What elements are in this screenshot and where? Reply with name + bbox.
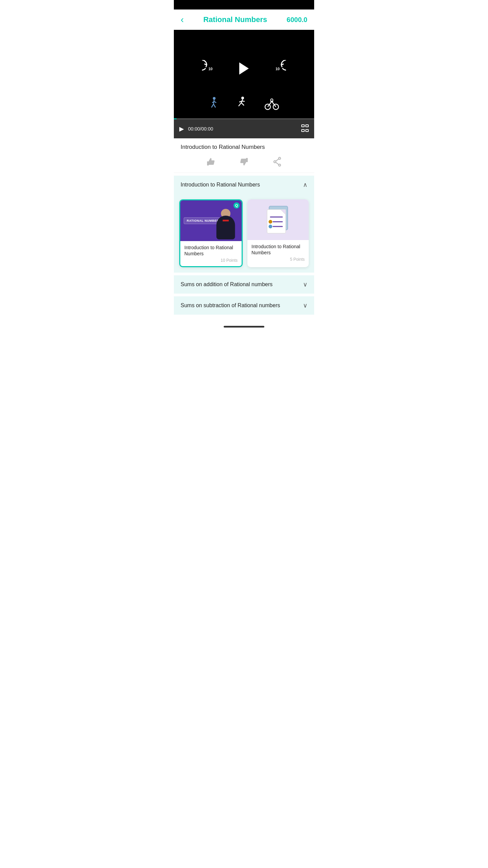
page-title: Rational Numbers [203,15,267,24]
svg-rect-21 [306,125,308,127]
like-button[interactable] [206,157,216,169]
svg-line-7 [214,101,216,103]
share-button[interactable] [272,157,282,169]
svg-text:10: 10 [276,67,280,71]
section-3-header[interactable]: Sums on subtraction of Rational numbers … [174,296,314,315]
video-player: 10 10 [174,30,314,138]
svg-rect-23 [306,130,308,132]
doc-card-info: Introduction to Rational Numbers 5 Point… [247,240,309,265]
svg-point-25 [279,164,281,166]
header: ‹ Rational Numbers 6000.0 [174,9,314,30]
svg-line-28 [276,162,279,164]
doc-card-points: 5 Points [251,257,305,262]
svg-line-27 [276,159,279,161]
score-display: 6000.0 [287,16,307,24]
section-1-cards: RATIONAL NUMBERS Q Introduction to Ratio… [174,194,314,273]
svg-point-24 [279,157,281,159]
svg-point-35 [269,220,272,223]
time-display: 00:00/00:00 [188,126,297,132]
run-speed-button[interactable] [237,97,247,113]
svg-line-4 [211,104,214,107]
home-indicator [224,326,264,328]
video-bottom-controls: ▶ 00:00/00:00 [174,119,314,138]
doc-card-name: Introduction to Rational Numbers [251,243,305,256]
fullscreen-button[interactable] [301,124,309,134]
video-title: Introduction to Rational Numbers [174,138,314,153]
svg-point-19 [271,99,273,101]
svg-point-36 [269,225,272,228]
svg-point-2 [213,97,216,100]
doc-thumbnail [247,199,309,240]
svg-point-26 [274,161,276,163]
status-bar [174,0,314,9]
section-1-header[interactable]: Introduction to Rational Numbers ∧ [174,176,314,194]
section-3-chevron: ∨ [303,302,307,309]
section-2-header[interactable]: Sums on addition of Rational numbers ∨ [174,275,314,294]
video-card[interactable]: RATIONAL NUMBERS Q Introduction to Ratio… [179,199,243,267]
svg-text:10: 10 [208,67,212,71]
svg-line-13 [242,101,245,101]
play-button[interactable] [239,62,249,75]
svg-point-8 [241,97,244,99]
teacher-figure [215,209,237,241]
doc-icon [263,203,293,237]
section-2-chevron: ∨ [303,281,307,288]
svg-line-11 [241,103,244,105]
video-card-info: Introduction to Rational Numbers 10 Poin… [180,241,242,266]
video-controls: 10 10 [202,40,286,97]
section-1-title: Introduction to Rational Numbers [181,182,260,188]
teacher-body [216,216,235,239]
doc-card[interactable]: Introduction to Rational Numbers 5 Point… [247,199,309,267]
bike-speed-button[interactable] [264,97,279,113]
section-3-title: Sums on subtraction of Rational numbers [181,302,280,309]
speed-controls [209,97,279,113]
play-small-button[interactable]: ▶ [179,125,184,133]
svg-rect-20 [302,125,304,127]
rewind-button[interactable]: 10 [202,60,219,77]
svg-line-5 [214,104,216,107]
svg-line-10 [239,103,241,106]
q-badge: Q [233,202,240,209]
walk-speed-button[interactable] [209,97,220,113]
back-button[interactable]: ‹ [181,15,184,24]
teacher-shirt [223,220,229,221]
dislike-button[interactable] [239,157,249,169]
progress-fill [174,118,177,119]
section-1-chevron: ∧ [303,181,307,189]
video-thumbnail: RATIONAL NUMBERS Q [180,200,242,241]
bottom-bar [174,321,314,332]
video-card-points: 10 Points [184,258,238,263]
reactions-bar [174,153,314,173]
video-progress-bar[interactable] [174,118,314,119]
svg-rect-22 [302,130,304,132]
video-card-name: Introduction to Rational Numbers [184,244,238,257]
section-2-title: Sums on addition of Rational numbers [181,281,272,288]
forward-button[interactable]: 10 [269,60,286,77]
